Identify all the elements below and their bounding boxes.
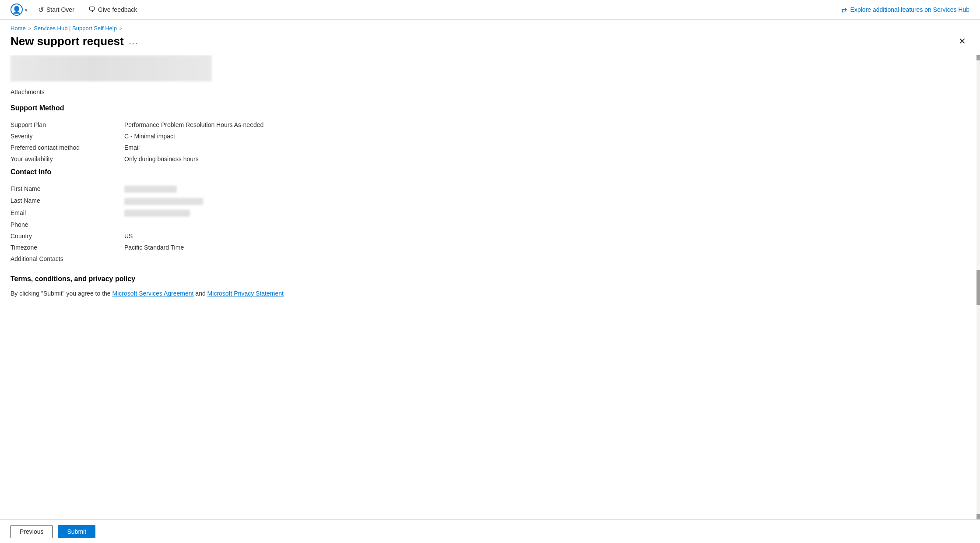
user-icon: 👤 <box>11 4 23 16</box>
country-row: Country US <box>11 230 966 242</box>
email-value <box>124 209 190 217</box>
severity-value: C - Minimal impact <box>124 133 175 140</box>
country-label: Country <box>11 233 124 240</box>
timezone-label: Timezone <box>11 244 124 251</box>
scroll-arrow-top[interactable] <box>976 55 980 60</box>
availability-row: Your availability Only during business h… <box>11 153 966 165</box>
breadcrumb: Home > Services Hub | Support Self Help … <box>0 20 980 32</box>
support-plan-value: Performance Problem Resolution Hours As-… <box>124 121 263 128</box>
first-name-value <box>124 185 177 193</box>
user-menu[interactable]: 👤 ∨ <box>11 4 28 16</box>
content-wrapper: Attachments Support Method Support Plan … <box>0 55 980 519</box>
first-name-blurred <box>124 186 177 193</box>
severity-row: Severity C - Minimal impact <box>11 130 966 142</box>
scrollbar[interactable] <box>976 55 980 519</box>
scroll-arrow-bottom[interactable] <box>976 514 980 519</box>
support-plan-row: Support Plan Performance Problem Resolut… <box>11 119 966 130</box>
action-bar: Previous Submit <box>0 519 980 543</box>
terms-heading: Terms, conditions, and privacy policy <box>11 275 966 283</box>
explore-icon: ⇄ <box>841 6 847 14</box>
page-title-row: New support request ... ✕ <box>0 32 980 55</box>
last-name-label: Last Name <box>11 197 124 204</box>
preferred-contact-label: Preferred contact method <box>11 144 124 151</box>
severity-label: Severity <box>11 133 124 140</box>
attachments-label: Attachments <box>11 88 966 95</box>
support-method-heading: Support Method <box>11 104 966 112</box>
contact-info-heading: Contact Info <box>11 168 966 176</box>
toolbar: 👤 ∨ ↺ Start Over 🗨 Give feedback ⇄ Explo… <box>0 0 980 20</box>
microsoft-services-agreement-link[interactable]: Microsoft Services Agreement <box>112 290 194 297</box>
contact-info-table: First Name Last Name Email Phone <box>11 183 966 264</box>
page-title: New support request ... <box>11 35 138 48</box>
first-name-row: First Name <box>11 183 966 195</box>
blurred-content-area <box>11 55 212 81</box>
explore-link[interactable]: ⇄ Explore additional features on Service… <box>841 6 969 14</box>
terms-section: Terms, conditions, and privacy policy By… <box>11 275 966 297</box>
additional-contacts-row: Additional Contacts <box>11 253 966 264</box>
additional-contacts-label: Additional Contacts <box>11 255 124 262</box>
preferred-contact-value: Email <box>124 144 140 151</box>
phone-label: Phone <box>11 221 124 228</box>
submit-button[interactable]: Submit <box>58 525 95 538</box>
last-name-row: Last Name <box>11 195 966 207</box>
microsoft-privacy-statement-link[interactable]: Microsoft Privacy Statement <box>207 290 284 297</box>
chevron-down-icon: ∨ <box>25 7 28 12</box>
feedback-icon: 🗨 <box>88 6 95 14</box>
give-feedback-button[interactable]: 🗨 Give feedback <box>85 4 141 15</box>
previous-button[interactable]: Previous <box>11 525 53 538</box>
support-method-table: Support Plan Performance Problem Resolut… <box>11 119 966 165</box>
start-over-button[interactable]: ↺ Start Over <box>35 4 78 16</box>
terms-text: By clicking "Submit" you agree to the Mi… <box>11 290 966 297</box>
country-value: US <box>124 233 133 240</box>
close-button[interactable]: ✕ <box>955 34 969 48</box>
last-name-blurred <box>124 198 203 205</box>
refresh-icon: ↺ <box>38 6 44 14</box>
support-plan-label: Support Plan <box>11 121 124 128</box>
last-name-value <box>124 197 203 205</box>
page-ellipsis-menu[interactable]: ... <box>129 37 138 46</box>
timezone-value: Pacific Standard Time <box>124 244 184 251</box>
breadcrumb-sep1: > <box>28 26 31 31</box>
availability-value: Only during business hours <box>124 155 199 162</box>
breadcrumb-home[interactable]: Home <box>11 25 26 32</box>
breadcrumb-services-hub[interactable]: Services Hub | Support Self Help <box>34 25 117 32</box>
content-scroll: Attachments Support Method Support Plan … <box>0 55 976 519</box>
toolbar-left: 👤 ∨ ↺ Start Over 🗨 Give feedback <box>11 4 141 16</box>
phone-row: Phone <box>11 219 966 230</box>
email-row: Email <box>11 207 966 219</box>
availability-label: Your availability <box>11 155 124 162</box>
first-name-label: First Name <box>11 185 124 192</box>
preferred-contact-row: Preferred contact method Email <box>11 142 966 153</box>
scroll-thumb[interactable] <box>976 270 980 305</box>
timezone-row: Timezone Pacific Standard Time <box>11 242 966 253</box>
email-blurred <box>124 210 190 217</box>
breadcrumb-sep2: > <box>119 26 122 31</box>
email-label: Email <box>11 209 124 216</box>
